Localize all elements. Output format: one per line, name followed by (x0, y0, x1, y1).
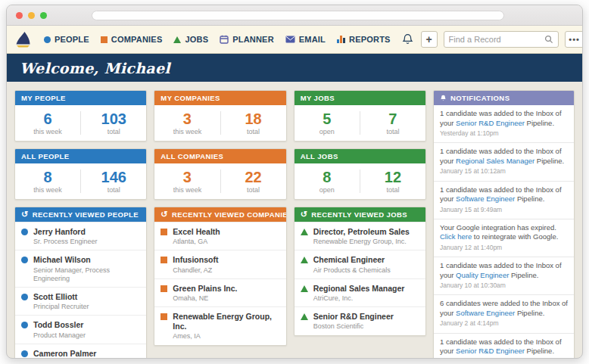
close-window-button[interactable] (16, 12, 23, 19)
my-people-total-stat[interactable]: 103 total (81, 105, 146, 141)
bell-icon[interactable] (402, 33, 413, 45)
recent-job-row[interactable]: Director, Petroleum Sales Renewable Ener… (294, 222, 425, 250)
all-companies-this-week-stat[interactable]: 3 this week (154, 163, 220, 199)
stat-label: total (108, 128, 120, 135)
notification-text: Pipeline. (509, 271, 538, 279)
record-search-box (444, 31, 559, 48)
notification-link[interactable]: Click here (440, 232, 472, 241)
recent-person-row[interactable]: Michael Wilson Senior Manager, Process E… (15, 250, 146, 287)
stat-label: total (247, 128, 260, 135)
job-triangle-icon (301, 313, 308, 320)
app-logo-icon[interactable] (14, 30, 33, 49)
company-name: Infusionsoft (173, 255, 218, 265)
notification-timestamp: January 2 at 4:14pm (440, 319, 568, 328)
my-jobs-total-stat[interactable]: 7 total (360, 105, 425, 141)
page-title: Welcome, Michael (20, 60, 170, 76)
all-people-this-week-stat[interactable]: 8 this week (15, 163, 80, 199)
my-companies-total-stat[interactable]: 18 total (221, 105, 286, 141)
job-title: Director, Petroleum Sales (313, 227, 410, 237)
my-companies-this-week-stat[interactable]: 3 this week (154, 105, 220, 141)
add-record-button[interactable]: + (421, 31, 438, 48)
more-options-button[interactable]: ••• (565, 31, 583, 48)
notification-link[interactable]: Quality Engineer (456, 271, 509, 279)
notification-item[interactable]: Your Google integration has expired. Cli… (434, 219, 574, 257)
nav-item-jobs[interactable]: JOBS (173, 35, 208, 44)
nav-item-email[interactable]: EMAIL (285, 35, 326, 44)
notification-item[interactable]: 1 candidate was added to the Inbox of yo… (434, 105, 574, 143)
notification-link[interactable]: Senior R&D Engineer (456, 347, 525, 355)
recent-person-row[interactable]: Jerry Hanford Sr. Process Engineer (15, 222, 146, 250)
stat-label: this week (33, 128, 62, 135)
company-name: Green Plains Inc. (173, 284, 237, 294)
stat-card-title: ALL COMPANIES (160, 152, 223, 160)
envelope-icon (285, 36, 295, 43)
stat-value: 8 (323, 169, 331, 185)
stat-value: 5 (323, 110, 331, 127)
stat-card-all-jobs: ALL JOBS 8 open 12 total (294, 148, 426, 200)
person-title: Product Manager (33, 331, 86, 340)
nav-label-people: PEOPLE (55, 35, 89, 44)
stat-value: 3 (183, 169, 192, 185)
recent-company-row[interactable]: Renewable Energy Group, Inc. Ames, IA (154, 306, 285, 345)
minimize-window-button[interactable] (28, 12, 35, 19)
stat-label: total (386, 186, 399, 194)
job-title: Senior R&D Engineer (313, 312, 394, 322)
stat-value: 22 (245, 169, 261, 185)
history-icon: ↺ (160, 210, 168, 219)
all-jobs-open-stat[interactable]: 8 open (294, 163, 360, 199)
all-companies-total-stat[interactable]: 22 total (221, 163, 286, 199)
company-name: Renewable Energy Group, Inc. (173, 312, 279, 331)
job-title: Chemical Engineer (313, 255, 391, 265)
job-company: Renewable Energy Group, Inc. (313, 238, 410, 246)
job-triangle-icon (301, 257, 308, 263)
browser-address-bar[interactable] (92, 11, 504, 20)
notification-item[interactable]: 6 candidates were added to the Inbox of … (434, 295, 574, 333)
recent-company-row[interactable]: Green Plains Inc. Omaha, NE (154, 278, 285, 306)
my-people-this-week-stat[interactable]: 6 this week (15, 105, 80, 141)
nav-item-people[interactable]: PEOPLE (44, 35, 89, 44)
notification-link[interactable]: Software Engineer (456, 309, 515, 317)
stat-card-all-companies-header: ALL COMPANIES (154, 149, 285, 163)
stat-label: open (319, 186, 335, 194)
maximize-window-button[interactable] (40, 12, 47, 19)
notification-text: Pipeline. (525, 119, 554, 127)
recent-person-row[interactable]: Scott Elliott Principal Recruiter (15, 287, 146, 315)
recent-person-row[interactable]: Todd Bossler Product Manager (15, 315, 146, 343)
stat-label: open (319, 128, 335, 135)
recent-company-row[interactable]: Excel Health Atlanta, GA (154, 222, 285, 250)
notification-timestamp: January 15 at 10:12am (440, 167, 568, 176)
search-icon[interactable] (544, 35, 553, 44)
recent-person-row[interactable]: Cameron Palmer Staff Accountant (15, 344, 146, 358)
notification-item[interactable]: 1 candidate was added to the Inbox of yo… (434, 334, 574, 358)
notification-link[interactable]: Senior R&D Engineer (456, 119, 525, 127)
person-circle-icon (21, 229, 28, 235)
dashboard-content: MY PEOPLE 6 this week 103 total MY COMPA… (7, 82, 582, 358)
notification-item[interactable]: 1 candidate was added to the Inbox of yo… (434, 182, 574, 219)
stat-card-my-companies-header: MY COMPANIES (154, 91, 285, 105)
company-location: Atlanta, GA (173, 238, 220, 246)
notification-timestamp: January 15 at 9:49am (440, 206, 568, 214)
stat-card-my-people: MY PEOPLE 6 this week 103 total (14, 90, 147, 142)
recent-job-row[interactable]: Chemical Engineer Air Products & Chemica… (294, 250, 425, 278)
stat-value: 6 (44, 110, 52, 127)
notification-item[interactable]: 1 candidate was added to the Inbox of yo… (434, 143, 574, 181)
nav-item-planner[interactable]: PLANNER (220, 35, 274, 44)
card-title: RECENTLY VIEWED COMPANIES (172, 210, 287, 219)
app-navbar: PEOPLE COMPANIES JOBS PLANNER EMAIL (7, 26, 582, 54)
stat-card-my-companies: MY COMPANIES 3 this week 18 total (154, 90, 286, 142)
all-people-total-stat[interactable]: 146 total (81, 163, 146, 199)
notification-link[interactable]: Regional Sales Manager (456, 157, 534, 165)
recent-company-row[interactable]: Infusionsoft Chandler, AZ (154, 250, 285, 278)
nav-item-reports[interactable]: REPORTS (337, 35, 391, 44)
nav-item-companies[interactable]: COMPANIES (101, 35, 163, 44)
person-circle-icon (21, 257, 28, 263)
notification-link[interactable]: Software Engineer (456, 194, 515, 203)
recent-job-row[interactable]: Senior R&D Engineer Boston Scientific (294, 306, 425, 334)
all-jobs-total-stat[interactable]: 12 total (360, 163, 425, 199)
my-jobs-open-stat[interactable]: 5 open (294, 105, 360, 141)
card-title: RECENTLY VIEWED JOBS (311, 210, 407, 219)
search-input[interactable] (449, 35, 544, 44)
stat-value: 3 (183, 110, 192, 127)
notification-item[interactable]: 1 candidate was added to the Inbox of yo… (434, 257, 574, 295)
recent-job-row[interactable]: Regional Sales Manager AtriCure, Inc. (294, 278, 425, 306)
